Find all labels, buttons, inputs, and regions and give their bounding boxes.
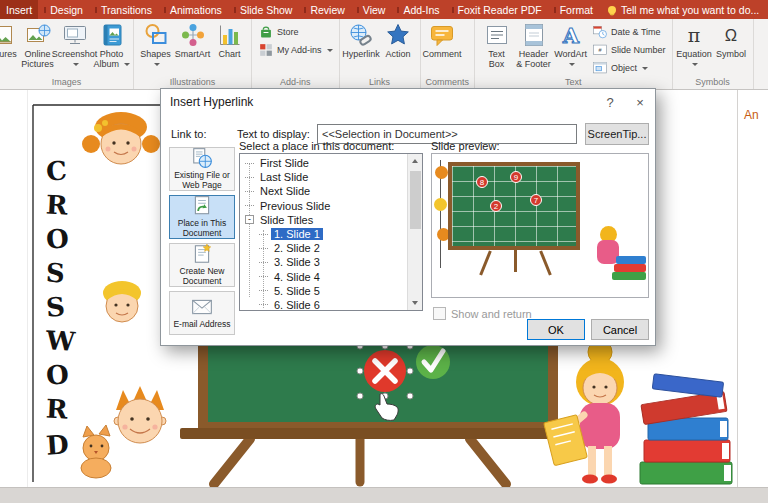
scroll-up-button[interactable] xyxy=(408,154,423,169)
ribbon-group-add-ins: StoreMy Add-insAdd-ins xyxy=(252,19,340,89)
tree-item-4-slide-4[interactable]: 4. Slide 4 xyxy=(240,270,408,284)
link-to-option-label: Existing File or Web Page xyxy=(172,171,232,190)
text-box-button[interactable]: TextBox xyxy=(478,20,515,71)
tab-format[interactable]: Format xyxy=(548,0,599,19)
group-label: Images xyxy=(3,77,130,89)
group-buttons: πEquationΩSymbol xyxy=(676,20,750,77)
dialog-close-button[interactable]: × xyxy=(625,89,655,115)
link-to-place-in-this-document[interactable]: Place in This Document xyxy=(169,195,235,239)
dialog-title-bar[interactable]: Insert Hyperlink ? × xyxy=(161,89,655,115)
link-to-e-mail-address[interactable]: E-mail Address xyxy=(169,291,235,335)
tab-animations[interactable]: Animations xyxy=(158,0,228,19)
my-add-ins-button[interactable]: My Add-ins xyxy=(255,41,336,59)
date-time-icon xyxy=(592,24,608,40)
object-button[interactable]: Object xyxy=(589,59,669,77)
button-label: OnlinePictures xyxy=(21,49,54,69)
svg-text:Ω: Ω xyxy=(725,26,737,44)
crossword-letter: O xyxy=(45,361,69,389)
online-pictures-button[interactable]: OnlinePictures xyxy=(19,20,56,71)
link-to-create-new-document[interactable]: Create New Document xyxy=(169,243,235,287)
shapes-button[interactable]: Shapes xyxy=(137,20,174,71)
tree-item-first-slide[interactable]: First Slide xyxy=(240,156,408,170)
preview-number-badge: 9 xyxy=(510,171,522,183)
wordart-button[interactable]: AWordArt xyxy=(552,20,589,71)
tree-item-3-slide-3[interactable]: 3. Slide 3 xyxy=(240,255,408,269)
button-label: Object xyxy=(611,63,637,73)
ribbon: PicturesOnlinePicturesScreenshotPhotoAlb… xyxy=(0,19,768,90)
slide-preview-label: Slide preview: xyxy=(431,140,499,152)
task-pane-sliver[interactable]: An xyxy=(737,90,768,487)
link-to-existing-file-or-web-page[interactable]: Existing File or Web Page xyxy=(169,147,235,191)
group-small-buttons: Date & Time#Slide NumberObject xyxy=(589,20,669,77)
x-mark-shape[interactable] xyxy=(364,350,406,392)
new-doc-icon xyxy=(191,243,213,265)
shapes-icon xyxy=(143,22,169,48)
header-footer-button[interactable]: Header& Footer xyxy=(515,20,552,71)
preview-number-badge: 7 xyxy=(530,194,542,206)
scrollbar-thumb[interactable] xyxy=(410,171,421,229)
tree-expander-icon[interactable]: - xyxy=(245,215,254,224)
store-icon xyxy=(258,24,274,40)
cancel-button[interactable]: Cancel xyxy=(591,319,649,340)
document-places-tree: First SlideLast SlideNext SlidePrevious … xyxy=(239,153,423,311)
crossword-letter: C xyxy=(45,157,67,184)
powerpoint-window: InsertDesignTransitionsAnimationsSlide S… xyxy=(0,0,768,503)
check-mark-shape[interactable] xyxy=(416,345,450,379)
button-label: Date & Time xyxy=(611,27,661,37)
tree-item-next-slide[interactable]: Next Slide xyxy=(240,184,408,198)
crossword-letter: S xyxy=(45,260,65,287)
smartart-button[interactable]: SmartArt xyxy=(174,20,211,61)
slide-number-button[interactable]: #Slide Number xyxy=(589,41,669,59)
preview-easel-leg xyxy=(539,250,552,275)
comment-button[interactable]: Comment xyxy=(424,20,461,61)
date-time-button[interactable]: Date & Time xyxy=(589,23,669,41)
tree-item-1-slide-1[interactable]: 1. Slide 1 xyxy=(240,227,408,241)
group-buttons: TextBoxHeader& FooterAWordArtDate & Time… xyxy=(478,20,669,77)
symbol-button[interactable]: ΩSymbol xyxy=(713,20,750,61)
hyperlink-button[interactable]: Hyperlink xyxy=(343,20,380,61)
tab-insert[interactable]: Insert xyxy=(0,0,38,19)
screentip-button[interactable]: ScreenTip... xyxy=(585,123,649,145)
tree-item-label: 4. Slide 4 xyxy=(271,271,323,283)
tab-view[interactable]: View xyxy=(351,0,392,19)
tab-design[interactable]: Design xyxy=(38,0,89,19)
button-label: Equation xyxy=(676,49,712,69)
ok-button[interactable]: OK xyxy=(527,319,585,340)
dialog-help-button[interactable]: ? xyxy=(595,89,625,115)
tab-foxit-reader-pdf[interactable]: Foxit Reader PDF xyxy=(446,0,548,19)
photo-album-button[interactable]: PhotoAlbum xyxy=(93,20,130,71)
ribbon-group-text: TextBoxHeader& FooterAWordArtDate & Time… xyxy=(475,19,673,89)
tree-scrollbar[interactable] xyxy=(407,154,422,310)
tab-review[interactable]: Review xyxy=(298,0,350,19)
tab-slide-show[interactable]: Slide Show xyxy=(228,0,299,19)
show-and-return-checkbox[interactable] xyxy=(433,307,446,320)
tab-transitions[interactable]: Transitions xyxy=(89,0,158,19)
tree-item-last-slide[interactable]: Last Slide xyxy=(240,170,408,184)
wordart-icon: A xyxy=(558,22,584,48)
equation-button[interactable]: πEquation xyxy=(676,20,713,71)
tree-connector xyxy=(259,248,268,249)
tell-me-box[interactable]: Tell me what you want to do... xyxy=(608,4,759,16)
tree-item-5-slide-5[interactable]: 5. Slide 5 xyxy=(240,284,408,298)
insert-hyperlink-dialog: Insert Hyperlink ? × Link to: Text to di… xyxy=(160,88,656,346)
pictures-button[interactable]: Pictures xyxy=(0,20,19,61)
tab-add-ins[interactable]: Add-Ins xyxy=(391,0,445,19)
slide-thumbnail-pane[interactable] xyxy=(0,90,28,487)
svg-text:π: π xyxy=(688,24,701,46)
tree-list: First SlideLast SlideNext SlidePrevious … xyxy=(240,156,408,311)
tree-item-label: 5. Slide 5 xyxy=(271,285,323,297)
my-add-ins-icon xyxy=(258,42,274,58)
crossword-letter: W xyxy=(45,327,76,354)
action-button[interactable]: Action xyxy=(380,20,417,61)
tree-item-slide-titles[interactable]: -Slide Titles xyxy=(240,213,408,227)
tree-item-6-slide-6[interactable]: 6. Slide 6 xyxy=(240,298,408,311)
group-small-buttons: StoreMy Add-ins xyxy=(255,20,336,59)
store-button[interactable]: Store xyxy=(255,23,336,41)
scroll-down-button[interactable] xyxy=(408,295,423,310)
tree-item-previous-slide[interactable]: Previous Slide xyxy=(240,199,408,213)
pictures-icon xyxy=(0,22,14,48)
tree-item-2-slide-2[interactable]: 2. Slide 2 xyxy=(240,241,408,255)
screenshot-button[interactable]: Screenshot xyxy=(56,20,93,71)
chart-button[interactable]: Chart xyxy=(211,20,248,61)
canvas-bottom-strip xyxy=(0,487,768,503)
